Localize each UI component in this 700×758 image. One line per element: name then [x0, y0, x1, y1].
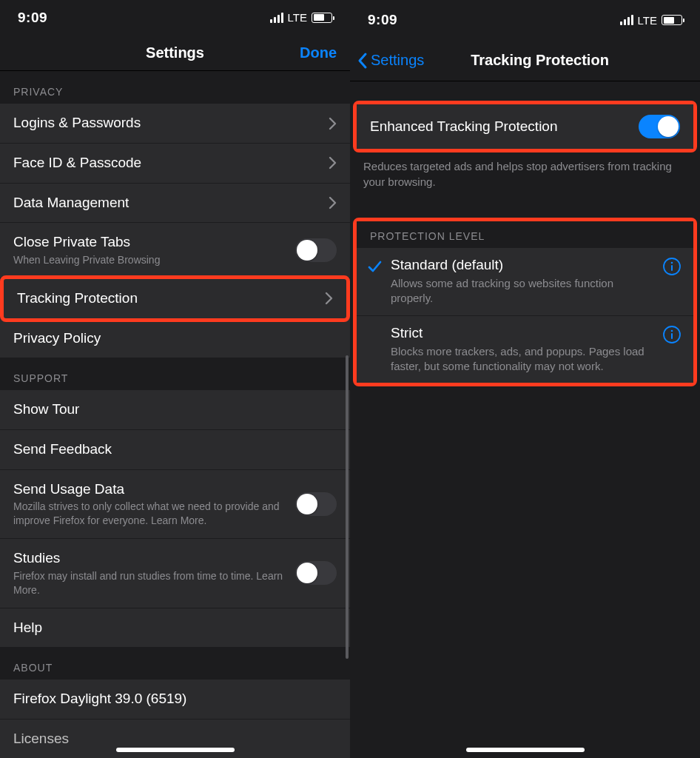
section-header-support: SUPPORT [0, 358, 350, 390]
chevron-right-icon [329, 156, 337, 170]
back-button[interactable]: Settings [357, 52, 424, 70]
row-sublabel: When Leaving Private Browsing [13, 253, 160, 267]
battery-icon [312, 13, 332, 23]
row-label: Show Tour [13, 400, 79, 419]
section-header-privacy: PRIVACY [0, 71, 350, 104]
scrollbar[interactable] [346, 355, 349, 659]
status-indicators: LTE [620, 14, 682, 27]
phone-settings: 9:09 LTE Settings Done PRIVACY Logins & … [0, 0, 350, 758]
status-time: 9:09 [18, 10, 47, 26]
row-close-private-tabs[interactable]: Close Private Tabs When Leaving Private … [0, 223, 350, 278]
row-logins-passwords[interactable]: Logins & Passwords [0, 104, 350, 144]
row-label: Data Management [13, 194, 129, 212]
info-button[interactable] [661, 257, 683, 276]
network-label: LTE [288, 11, 307, 24]
highlight-tracking-protection: Tracking Protection [0, 275, 350, 322]
spacer [350, 201, 700, 218]
about-list: Firefox Daylight 39.0 (6519) Licenses [0, 680, 350, 758]
status-time: 9:09 [368, 12, 397, 28]
row-faceid-passcode[interactable]: Face ID & Passcode [0, 144, 350, 184]
row-firefox-version[interactable]: Firefox Daylight 39.0 (6519) [0, 680, 350, 720]
row-send-usage-data[interactable]: Send Usage Data Mozilla strives to only … [0, 470, 350, 539]
signal-icon [620, 15, 633, 25]
row-licenses[interactable]: Licenses [0, 720, 350, 758]
info-button[interactable] [661, 325, 683, 344]
home-indicator[interactable] [466, 748, 585, 752]
row-show-tour[interactable]: Show Tour [0, 390, 350, 430]
row-label: Studies [13, 549, 295, 568]
spacer [350, 81, 700, 101]
row-privacy-policy[interactable]: Privacy Policy [0, 319, 350, 358]
done-button[interactable]: Done [300, 44, 337, 61]
nav-title: Tracking Protection [471, 52, 609, 69]
option-strict[interactable]: Strict Blocks more trackers, ads, and po… [357, 316, 693, 383]
status-bar: 9:09 LTE [350, 0, 700, 40]
row-send-feedback[interactable]: Send Feedback [0, 430, 350, 470]
option-description: Blocks more trackers, ads, and popups. P… [391, 344, 653, 375]
navbar: Settings Tracking Protection [350, 40, 700, 81]
svg-point-5 [671, 329, 673, 332]
row-label: Tracking Protection [17, 289, 138, 308]
chevron-left-icon [357, 52, 368, 70]
option-description: Allows some ad tracking so websites func… [391, 276, 653, 306]
svg-rect-1 [671, 265, 673, 271]
row-studies[interactable]: Studies Firefox may install and run stud… [0, 539, 350, 608]
row-label: Face ID & Passcode [13, 154, 141, 172]
support-list: Show Tour Send Feedback Send Usage Data … [0, 390, 350, 647]
checkmark-placeholder [366, 325, 383, 327]
row-label: Firefox Daylight 39.0 (6519) [13, 690, 186, 708]
toggle-close-private-tabs[interactable] [295, 238, 337, 262]
network-label: LTE [638, 14, 657, 27]
highlight-etp: Enhanced Tracking Protection [353, 101, 697, 152]
row-label: Enhanced Tracking Protection [370, 118, 558, 136]
option-title: Standard (default) [391, 257, 653, 273]
row-tracking-protection[interactable]: Tracking Protection [4, 279, 346, 318]
nav-title: Settings [146, 44, 204, 61]
row-label: Send Feedback [13, 440, 112, 459]
back-label: Settings [371, 52, 424, 69]
chevron-right-icon [329, 117, 337, 130]
navbar: Settings Done [0, 35, 350, 71]
toggle-send-usage-data[interactable] [295, 492, 337, 516]
row-label: Send Usage Data [13, 480, 295, 499]
row-sublabel: Mozilla strives to only collect what we … [13, 500, 295, 528]
svg-rect-4 [671, 333, 673, 339]
section-header-protection-level: PROTECTION LEVEL [357, 221, 693, 248]
phone-tracking-protection: 9:09 LTE Settings Tracking Protection En… [350, 0, 700, 758]
row-sublabel: Firefox may install and run studies from… [13, 569, 295, 597]
battery-icon [662, 15, 682, 25]
row-label: Help [13, 619, 42, 637]
row-data-management[interactable]: Data Management [0, 184, 350, 224]
dual-screenshot: 9:09 LTE Settings Done PRIVACY Logins & … [0, 0, 700, 758]
option-standard[interactable]: Standard (default) Allows some ad tracki… [357, 248, 693, 316]
row-help[interactable]: Help [0, 608, 350, 648]
checkmark-icon [366, 257, 383, 274]
etp-description: Reduces targeted ads and helps stop adve… [350, 152, 700, 201]
section-header-about: ABOUT [0, 647, 350, 680]
row-label: Privacy Policy [13, 329, 101, 348]
home-indicator[interactable] [116, 748, 235, 752]
chevron-right-icon [329, 196, 337, 209]
toggle-studies[interactable] [295, 561, 337, 585]
privacy-list: Logins & Passwords Face ID & Passcode Da… [0, 104, 350, 358]
row-enhanced-tracking-protection[interactable]: Enhanced Tracking Protection [357, 104, 693, 149]
option-title: Strict [391, 325, 653, 341]
row-label: Logins & Passwords [13, 114, 141, 133]
status-bar: 9:09 LTE [0, 0, 350, 35]
toggle-enhanced-tracking-protection[interactable] [639, 115, 680, 138]
chevron-right-icon [325, 292, 333, 305]
highlight-protection-level: PROTECTION LEVEL Standard (default) Allo… [353, 218, 697, 386]
row-label: Licenses [13, 730, 69, 748]
svg-point-2 [671, 262, 673, 264]
protection-level-list: Standard (default) Allows some ad tracki… [357, 248, 693, 383]
row-label: Close Private Tabs [13, 233, 160, 252]
status-indicators: LTE [270, 11, 332, 24]
signal-icon [270, 13, 283, 23]
